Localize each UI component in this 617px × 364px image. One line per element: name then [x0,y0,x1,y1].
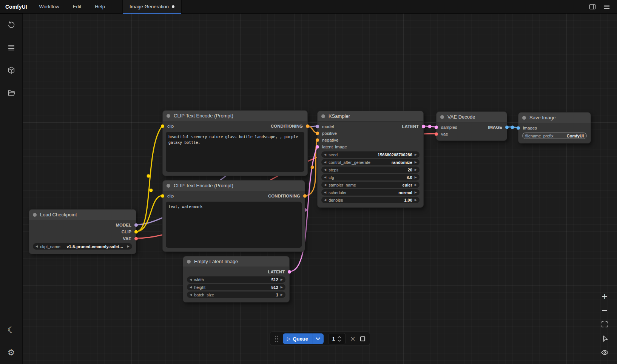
node-save-image[interactable]: Save Image images filename_prefix ComfyU… [518,112,591,143]
widget-steps[interactable]: ◀ steps 20 ▶ [321,167,420,173]
next-value-icon[interactable]: ▶ [415,176,417,179]
collapse-dot-icon[interactable] [321,114,325,118]
fit-view-icon[interactable] [600,320,609,329]
prev-value-icon[interactable]: ◀ [324,161,326,164]
collapse-dot-icon[interactable] [522,116,526,120]
prev-value-icon[interactable]: ◀ [324,176,326,179]
output-dot-conditioning[interactable] [306,125,309,128]
node-empty-latent-image[interactable]: Empty Latent Image LATENT ◀ width 512 ▶ … [183,256,290,302]
input-slot-latent-image[interactable]: latent_image [318,143,423,150]
widget-width[interactable]: ◀ width 512 ▶ [187,276,285,283]
node-header[interactable]: CLIP Text Encode (Prompt) [163,180,305,191]
node-header[interactable]: Load Checkpoint [29,210,136,220]
collapse-dot-icon[interactable] [187,260,191,264]
output-slot-latent[interactable]: LATENT [183,268,289,275]
stepper-down-icon[interactable] [338,339,341,342]
slot-row-clip-conditioning[interactable]: clip CONDITIONING [163,123,307,130]
tab-image-generation[interactable]: Image Generation [122,0,182,13]
widget-ckpt-name[interactable]: ◀ ckpt_name v1-5-pruned-emaonly.safete..… [33,243,132,250]
panel-toggle-icon[interactable] [588,3,597,11]
widget-control-after-generate[interactable]: ◀ control_after_generate randomize ▶ [321,159,420,165]
input-slot-positive[interactable]: positive [318,130,423,137]
input-dot-images[interactable] [517,126,520,130]
collapse-dot-icon[interactable] [167,184,170,188]
history-icon[interactable] [0,14,23,36]
next-value-icon[interactable]: ▶ [415,161,417,164]
next-value-icon[interactable]: ▶ [415,191,417,194]
next-value-icon[interactable]: ▶ [281,278,283,281]
output-dot-latent[interactable] [288,270,291,274]
output-dot-latent[interactable] [422,125,425,128]
output-slot-vae[interactable]: VAE [29,235,136,242]
node-header[interactable]: CLIP Text Encode (Prompt) [163,111,307,121]
node-clip-text-encode-positive[interactable]: CLIP Text Encode (Prompt) clip CONDITION… [162,110,308,176]
node-ksampler[interactable]: KSampler model LATENT positive negative … [317,111,424,208]
output-dot-model[interactable] [134,224,138,227]
output-dot-clip[interactable] [134,230,138,234]
slot-row-samples-image[interactable]: samples IMAGE [437,124,507,131]
widget-denoise[interactable]: ◀ denoise 1.00 ▶ [321,197,420,203]
prev-value-icon[interactable]: ◀ [35,245,38,248]
next-value-icon[interactable]: ▶ [415,184,417,187]
link-midpoint-dot[interactable] [147,174,150,178]
batch-count-stepper[interactable]: 1 [328,333,346,344]
link-clip-negative[interactable] [136,196,162,231]
node-clip-text-encode-negative[interactable]: CLIP Text Encode (Prompt) clip CONDITION… [162,180,305,252]
settings-gear-icon[interactable]: ⚙ [0,341,23,364]
input-dot-clip[interactable] [161,125,164,128]
stop-icon[interactable] [360,336,365,341]
widget-cfg[interactable]: ◀ cfg 8.0 ▶ [321,174,420,180]
widget-seed[interactable]: ◀ seed 156680208700286 ▶ [321,151,420,158]
input-dot-vae[interactable] [435,133,438,136]
collapse-dot-icon[interactable] [167,114,170,118]
next-value-icon[interactable]: ▶ [281,286,283,289]
input-slot-vae[interactable]: vae [437,131,507,137]
menu-help[interactable]: Help [88,0,112,13]
widget-filename-prefix[interactable]: filename_prefix ComfyUI [522,133,587,139]
prev-value-icon[interactable]: ◀ [190,278,192,281]
prev-value-icon[interactable]: ◀ [324,168,326,171]
output-dot-image[interactable] [505,126,509,129]
workflows-folder-icon[interactable] [0,82,23,104]
link-clip-positive[interactable] [136,126,162,231]
widget-sampler-name[interactable]: ◀ sampler_name euler ▶ [321,182,420,188]
link-midpoint-dot[interactable] [511,126,514,129]
output-slot-model[interactable]: MODEL [29,222,136,228]
hamburger-menu-icon[interactable] [603,3,611,11]
prompt-textarea[interactable]: text, watermark [166,202,302,248]
input-slot-images[interactable]: images [518,125,591,131]
node-library-icon[interactable] [0,36,23,59]
menu-workflow[interactable]: Workflow [32,0,66,13]
queue-button[interactable]: ▷ Queue [283,333,324,344]
next-value-icon[interactable]: ▶ [127,245,130,248]
link-midpoint-dot[interactable] [428,125,432,128]
prev-value-icon[interactable]: ◀ [324,191,326,194]
input-dot-clip[interactable] [161,194,164,198]
prev-value-icon[interactable]: ◀ [324,184,326,187]
input-dot-model[interactable] [316,125,319,128]
collapse-dot-icon[interactable] [33,213,37,217]
next-value-icon[interactable]: ▶ [415,168,417,171]
next-value-icon[interactable]: ▶ [415,153,417,156]
node-header[interactable]: KSampler [318,111,423,122]
prev-value-icon[interactable]: ◀ [324,199,326,202]
next-value-icon[interactable]: ▶ [281,293,283,296]
link-midpoint-dot[interactable] [150,189,153,192]
zoom-out-icon[interactable]: − [600,306,609,315]
select-mode-icon[interactable] [600,334,609,342]
theme-toggle-icon[interactable]: ☾ [0,319,23,341]
clear-queue-icon[interactable]: × [350,335,356,342]
node-header[interactable]: Save Image [518,113,591,123]
node-load-checkpoint[interactable]: Load Checkpoint MODEL CLIP VAE ◀ ckpt_na… [29,209,136,254]
prev-value-icon[interactable]: ◀ [190,286,192,289]
input-dot-samples[interactable] [435,126,438,129]
output-dot-vae[interactable] [134,237,138,241]
toggle-visibility-eye-icon[interactable] [600,348,609,356]
input-dot-positive[interactable] [316,132,319,135]
chevron-down-icon[interactable] [312,337,324,340]
widget-batch-size[interactable]: ◀ batch_size 1 ▶ [187,292,285,298]
model-library-icon[interactable] [0,59,23,82]
input-slot-negative[interactable]: negative [318,137,423,143]
menu-edit[interactable]: Edit [66,0,88,13]
prompt-textarea[interactable]: beautiful scenery nature glass bottle la… [166,132,304,172]
